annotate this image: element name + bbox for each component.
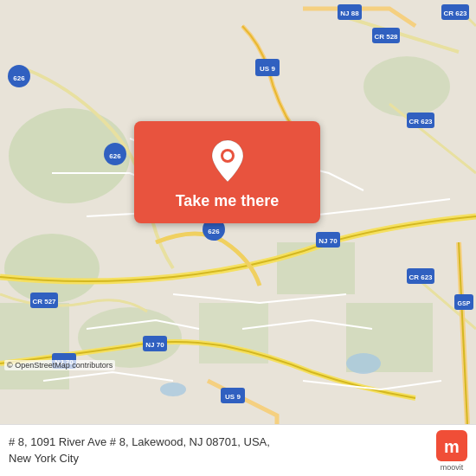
info-bar: # 8, 1091 River Ave # 8, Lakewood, NJ 08…: [0, 424, 476, 476]
moovit-logo-icon: m: [436, 430, 467, 461]
svg-text:NJ 70: NJ 70: [318, 237, 338, 245]
svg-text:US 9: US 9: [225, 393, 241, 401]
svg-text:626: 626: [13, 74, 25, 82]
svg-point-7: [363, 56, 450, 117]
address-text: # 8, 1091 River Ave # 8, Lakewood, NJ 08…: [9, 434, 428, 466]
moovit-text: moovit: [441, 463, 464, 472]
svg-rect-6: [0, 303, 69, 389]
svg-text:CR 528: CR 528: [374, 33, 398, 41]
svg-text:CR 527: CR 527: [32, 298, 56, 306]
svg-text:US 9: US 9: [260, 65, 275, 73]
svg-text:CR 623: CR 623: [408, 273, 433, 281]
svg-text:m: m: [444, 437, 460, 456]
svg-text:CR 623: CR 623: [443, 10, 467, 17]
svg-text:CR 623: CR 623: [408, 118, 433, 125]
svg-point-42: [223, 151, 232, 160]
take-me-there-label: Take me there: [176, 192, 280, 210]
svg-point-9: [346, 353, 381, 374]
osm-attribution: © OpenStreetMap contributors: [4, 360, 115, 370]
take-me-there-button[interactable]: Take me there: [134, 121, 320, 223]
svg-text:GSP: GSP: [458, 300, 471, 306]
location-pin-icon: [209, 138, 247, 183]
svg-text:NJ 70: NJ 70: [145, 341, 164, 349]
moovit-logo: m moovit: [436, 430, 467, 472]
map-container: US 9 NJ 88 CR 528 CR 623 CR 623 CR 623 6…: [0, 0, 476, 424]
svg-text:NJ 88: NJ 88: [340, 10, 359, 17]
svg-text:626: 626: [109, 152, 121, 160]
svg-point-10: [160, 383, 186, 396]
svg-text:626: 626: [208, 228, 220, 235]
